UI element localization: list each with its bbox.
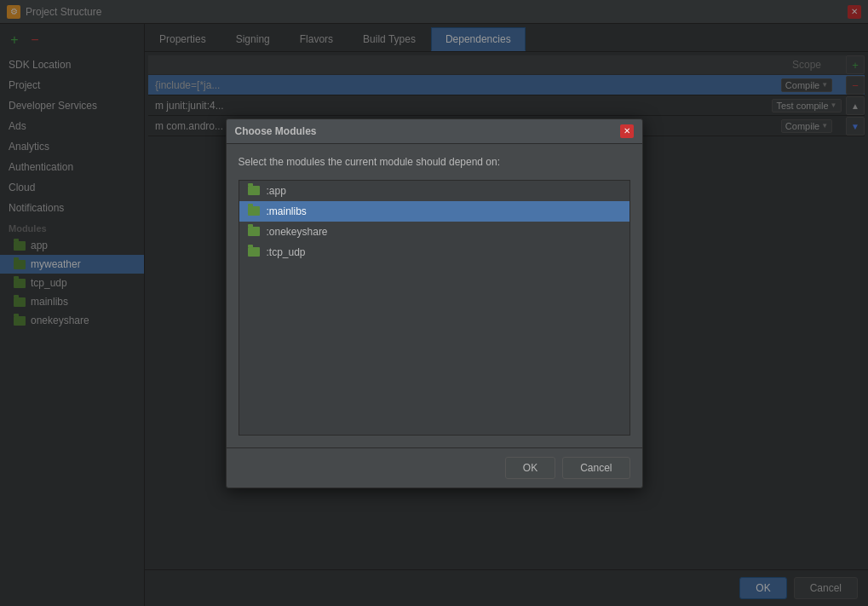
module-list-item-mainlibs[interactable]: :mainlibs [239,201,629,222]
modal-cancel-button[interactable]: Cancel [562,457,629,479]
choose-modules-dialog: Choose Modules ✕ Select the modules the … [226,118,643,488]
modal-title: Choose Modules [235,125,317,137]
modal-overlay: Choose Modules ✕ Select the modules the … [0,0,868,606]
modal-close-button[interactable]: ✕ [620,124,634,138]
module-list-item-onekeyshare[interactable]: :onekeyshare [239,222,629,242]
module-folder-icon [248,186,260,195]
module-folder-icon [248,227,260,236]
modal-title-bar: Choose Modules ✕ [227,119,642,144]
modal-instruction: Select the modules the current module sh… [239,156,630,168]
module-list: :app :mainlibs :onekeyshare :tcp_udp [239,180,630,436]
module-folder-icon [248,247,260,257]
modal-ok-button[interactable]: OK [505,457,555,479]
modal-footer: OK Cancel [227,447,642,488]
module-list-item-tcp-udp[interactable]: :tcp_udp [239,242,629,263]
module-list-item-app[interactable]: :app [239,181,629,201]
module-folder-icon [248,206,260,216]
modal-body: Select the modules the current module sh… [227,144,642,447]
